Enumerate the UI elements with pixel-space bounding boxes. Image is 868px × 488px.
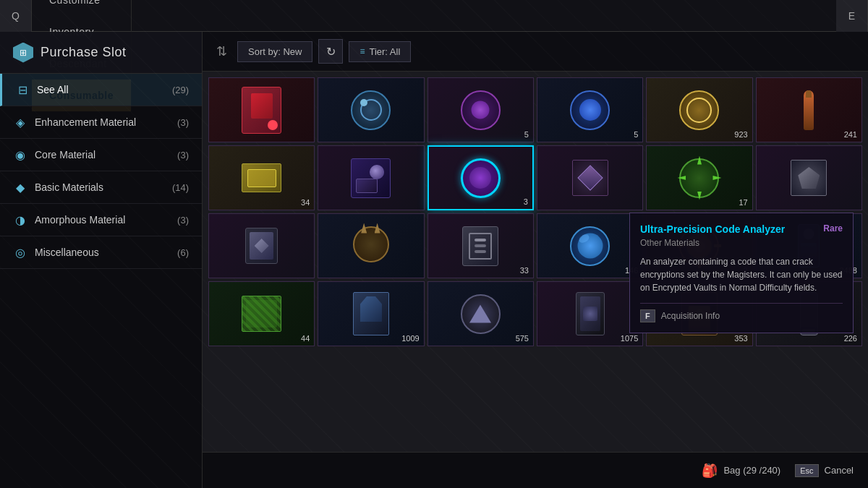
item-count-22: 353: [734, 334, 747, 343]
item-count-23: 226: [844, 334, 857, 343]
main-layout: ⊞ Purchase Slot ⊟See All(29)◈Enhancement…: [0, 32, 868, 488]
tooltip-description: An analyzer containing a code that can c…: [640, 255, 843, 294]
sidebar-item-basic-materials[interactable]: ◆Basic Materials(14): [0, 171, 202, 204]
tooltip-category: Other Materials: [640, 238, 843, 248]
grid-item-10[interactable]: 17: [646, 145, 752, 210]
item-visual-19: [349, 291, 393, 338]
grid-item-7[interactable]: [318, 145, 424, 210]
sidebar-icon-1: ◈: [13, 115, 27, 129]
nav-item-customize[interactable]: Customize: [32, 0, 132, 16]
item-visual-14: [459, 223, 502, 270]
sidebar-item-miscellaneous[interactable]: ◎Miscellaneous(6): [0, 236, 202, 269]
sidebar-icon-3: ◆: [13, 180, 27, 194]
sidebar-label-4: Amorphous Material: [35, 214, 170, 226]
grid-item-5[interactable]: 241: [756, 77, 862, 142]
top-navigation: Q ShopBattle PassCustomizeInventoryDesce…: [0, 0, 868, 32]
tooltip-key[interactable]: F: [640, 309, 655, 322]
item-count-21: 1075: [621, 334, 638, 343]
item-grid: 5592324134317331462248844100957510753532…: [203, 72, 868, 488]
grid-item-15[interactable]: 146: [537, 213, 643, 278]
item-count-20: 575: [516, 334, 529, 343]
sidebar-label-5: Miscellaneous: [35, 247, 170, 258]
sidebar: ⊞ Purchase Slot ⊟See All(29)◈Enhancement…: [0, 32, 203, 488]
grid-item-20[interactable]: 575: [427, 281, 534, 346]
sidebar-item-enhancement-material[interactable]: ◈Enhancement Material(3): [0, 106, 202, 139]
grid-item-2[interactable]: 5: [427, 77, 534, 142]
tooltip-footer: F Acquisition Info: [640, 303, 843, 322]
tier-icon: ≡: [359, 46, 365, 56]
item-count-18: 44: [301, 334, 310, 343]
grid-item-6[interactable]: 34: [208, 145, 315, 210]
grid-item-0[interactable]: [208, 77, 315, 142]
sidebar-count-0: (29): [172, 85, 189, 95]
item-count-6: 34: [301, 198, 310, 207]
grid-item-14[interactable]: 33: [427, 213, 534, 278]
item-count-19: 1009: [401, 334, 419, 343]
sidebar-count-4: (3): [177, 215, 189, 226]
grid-item-9[interactable]: [537, 145, 643, 210]
grid-item-3[interactable]: 5: [537, 77, 643, 142]
item-visual-2: [459, 87, 502, 134]
item-visual-11: [787, 155, 830, 202]
tooltip-header: Ultra-Precision Code Analyzer Rare: [640, 223, 843, 235]
item-visual-9: [569, 155, 612, 202]
grid-item-18[interactable]: 44: [208, 281, 315, 346]
tooltip-name: Ultra-Precision Code Analyzer: [640, 223, 785, 235]
sidebar-icon-5: ◎: [13, 245, 27, 260]
sidebar-item-amorphous-material[interactable]: ◑Amorphous Material(3): [0, 204, 202, 236]
purchase-slot-icon: ⊞: [13, 43, 33, 63]
item-count-4: 923: [734, 130, 747, 139]
sidebar-label-2: Core Material: [35, 149, 170, 160]
grid-item-21[interactable]: 1075: [537, 281, 643, 346]
sidebar-item-see-all[interactable]: ⊟See All(29): [0, 74, 202, 106]
tooltip-rarity: Rare: [823, 223, 843, 234]
item-visual-6: [240, 155, 284, 202]
sidebar-count-2: (3): [177, 150, 189, 160]
bag-info: 🎒 Bag (29 /240): [702, 463, 780, 479]
nav-q-button[interactable]: Q: [0, 0, 32, 32]
item-visual-18: [240, 291, 284, 338]
item-count-2: 5: [524, 130, 529, 139]
item-visual-12: [240, 223, 284, 270]
nav-e-button[interactable]: E: [836, 0, 868, 32]
item-count-14: 33: [520, 266, 529, 275]
refresh-button[interactable]: ↻: [318, 39, 343, 64]
grid-item-19[interactable]: 1009: [318, 281, 424, 346]
item-visual-8: [459, 155, 502, 202]
item-visual-0: [240, 87, 284, 134]
cancel-button[interactable]: Esc Cancel: [795, 464, 854, 477]
item-count-5: 241: [844, 130, 857, 139]
item-visual-1: [349, 87, 393, 134]
item-visual-13: [349, 223, 393, 270]
item-visual-7: [349, 155, 393, 202]
item-visual-4: [678, 87, 721, 134]
purchase-slot[interactable]: ⊞ Purchase Slot: [0, 32, 202, 74]
purchase-slot-label: Purchase Slot: [41, 45, 127, 60]
filter-bar: ⇅ Sort by: New ↻ ≡ Tier: All: [203, 32, 868, 72]
tier-button[interactable]: ≡ Tier: All: [349, 41, 411, 62]
sidebar-count-5: (6): [177, 247, 189, 258]
sidebar-label-1: Enhancement Material: [35, 116, 170, 128]
item-visual-5: [787, 87, 830, 134]
grid-item-12[interactable]: [208, 213, 315, 278]
item-visual-21: [569, 291, 612, 338]
grid-item-13[interactable]: [318, 213, 424, 278]
bottom-bar: 🎒 Bag (29 /240) Esc Cancel: [203, 452, 868, 488]
grid-item-11[interactable]: [756, 145, 862, 210]
sidebar-icon-0: ⊟: [15, 82, 30, 97]
item-visual-15: [569, 223, 612, 270]
grid-item-8[interactable]: 3: [427, 145, 534, 210]
grid-item-4[interactable]: 923: [646, 77, 752, 142]
sidebar-icon-4: ◑: [13, 213, 27, 227]
item-count-10: 17: [739, 198, 747, 207]
grid-item-1[interactable]: [318, 77, 424, 142]
esc-key: Esc: [795, 464, 818, 477]
item-count-3: 5: [634, 130, 638, 139]
sort-button[interactable]: Sort by: New: [237, 41, 312, 62]
sidebar-items: ⊟See All(29)◈Enhancement Material(3)◉Cor…: [0, 74, 202, 269]
item-count-8: 3: [524, 197, 528, 206]
sort-icon: ⇅: [211, 41, 231, 61]
sidebar-item-core-material[interactable]: ◉Core Material(3): [0, 139, 202, 171]
item-tooltip: Ultra-Precision Code Analyzer Rare Other…: [629, 213, 854, 333]
item-visual-3: [569, 87, 612, 134]
